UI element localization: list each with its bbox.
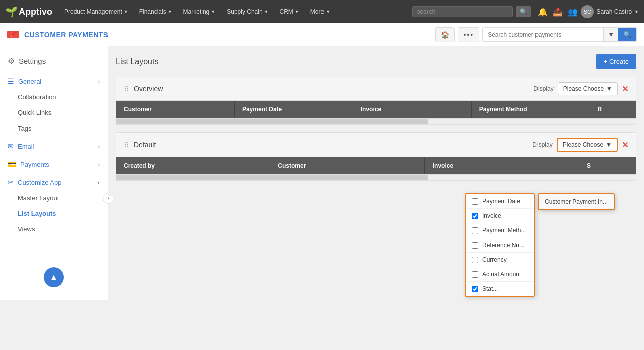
sidebar-item-quick-links[interactable]: Quick Links [10,105,108,121]
top-navigation: 🌱 Apptivo Product Management ▼ Financial… [0,0,644,23]
dropdown-label-invoice: Invoice [482,212,501,219]
dropdown-item-currency[interactable]: Currency [466,253,534,267]
dropdown-item-actual-amount[interactable]: Actual Amount [466,267,534,282]
customize-subitems: Master Layout List Layouts Views [0,190,108,237]
overview-please-choose[interactable]: Please Choose ▼ [558,82,618,95]
dropdown-item-payment-date[interactable]: Payment Date [466,194,534,209]
col-extra: R [590,101,636,118]
col-payment-method: Payment Method [472,101,590,118]
sidebar-section-payments: 💳 Payments › [0,156,108,172]
checkbox-stat[interactable] [472,286,478,292]
sidebar-item-tags[interactable]: Tags [10,121,108,136]
gear-icon: ⚙ [8,56,15,66]
search-input[interactable] [417,8,508,15]
sidebar-item-master-layout[interactable]: Master Layout [10,190,108,206]
dropdown-label-payment-date: Payment Date [482,198,520,205]
side-panel-item-customer-payment[interactable]: Customer Payment In... [539,194,614,209]
search-payments-area: ▼ 🔍 [482,27,637,42]
nav-crm[interactable]: CRM ▼ [276,6,303,17]
default-close-button[interactable]: ✕ [622,140,628,150]
logo-text: Apptivo [19,7,52,17]
logo-icon: 🌱 [5,6,18,18]
nav-more[interactable]: More ▼ [306,6,334,17]
nav-supply-chain[interactable]: Supply Chain ▼ [223,6,272,17]
chevron-down-icon: ▼ [211,9,216,14]
page-title: CUSTOMER PAYMENTS [24,31,109,39]
checkbox-reference-nu[interactable] [472,242,478,249]
default-header: ⠿ Default Display Please Choose ▼ ✕ [116,133,636,157]
dropdown-item-reference-nu[interactable]: Reference Nu... [466,238,534,253]
col-invoice: Invoice [425,157,579,174]
column-dropdown: Payment Date Invoice Payment Meth... Ref… [465,193,535,297]
search-dropdown-arrow[interactable]: ▼ [603,28,618,41]
default-table-header: Created by Customer Invoice S [116,157,636,174]
search-area: 🔍 🔔 📥 👥 SC Sarah Castro ▼ [412,5,639,18]
chevron-right-icon: › [98,162,100,167]
overview-section-name: Overview [134,85,163,93]
sub-header-right: 🏠 ••• ▼ 🔍 [435,27,637,42]
home-button[interactable]: 🏠 [435,27,455,42]
col-payment-date: Payment Date [235,101,353,118]
email-icon: ✉ [8,142,14,150]
dropdown-item-invoice[interactable]: Invoice [466,209,534,223]
search-box [412,6,513,17]
page-flag: 🚩 [7,31,19,38]
sidebar-item-collaboration[interactable]: Collaboration [10,89,108,105]
checkbox-payment-date[interactable] [472,198,478,205]
user-menu[interactable]: SC Sarah Castro ▼ [581,5,639,18]
scroll-up-button[interactable]: ▲ [44,267,64,287]
sidebar-item-customize-app[interactable]: ✂ Customize App ▾ [0,174,108,190]
sidebar-item-general[interactable]: ☰ General › [0,73,108,89]
sidebar: ⚙ Settings ☰ General › Collaboration [0,46,108,300]
notification-icon[interactable]: 🔔 [538,7,548,17]
inbox-icon[interactable]: 📥 [553,7,563,17]
chevron-right-icon: › [98,79,100,84]
overview-display-row: Display Please Choose ▼ ✕ [533,82,628,95]
drag-handle-icon[interactable]: ⠿ [124,141,129,149]
nav-marketing[interactable]: Marketing ▼ [179,6,220,17]
layout-section-default: ⠿ Default Display Please Choose ▼ ✕ Crea… [116,132,636,181]
overview-close-button[interactable]: ✕ [622,84,628,94]
dropdown-item-payment-meth[interactable]: Payment Meth... [466,223,534,238]
search-payments-input[interactable] [483,28,603,41]
col-customer: Customer [116,101,235,118]
more-options-button[interactable]: ••• [458,27,479,42]
default-please-choose[interactable]: Please Choose ▼ [557,138,618,152]
sidebar-item-views[interactable]: Views [10,221,108,237]
user-name: Sarah Castro [596,8,632,15]
sidebar-item-email[interactable]: ✉ Email › [0,138,108,154]
sidebar-payments-label: Payments [20,161,49,168]
dropdown-item-stat[interactable]: Stat... [466,282,534,296]
checkbox-invoice[interactable] [472,213,478,219]
settings-label: Settings [19,57,46,65]
logo[interactable]: 🌱 Apptivo [5,6,52,18]
overview-scroll-bar[interactable] [116,118,636,124]
layout-section-overview: ⠿ Overview Display Please Choose ▼ ✕ Cus… [116,77,636,125]
default-section-name: Default [134,141,156,149]
display-label: Display [533,85,553,92]
checkbox-payment-meth[interactable] [472,227,478,234]
overview-header: ⠿ Overview Display Please Choose ▼ ✕ [116,77,636,101]
nav-financials[interactable]: Financials ▼ [135,6,176,17]
content-header: List Layouts + Create [116,54,636,69]
drag-handle-icon[interactable]: ⠿ [124,85,129,93]
search-submit-button[interactable]: 🔍 [618,28,636,41]
sidebar-customize-label: Customize App [18,179,61,186]
col-customer: Customer [270,157,424,174]
chevron-down-icon: ▼ [264,9,269,14]
contacts-icon[interactable]: 👥 [568,7,578,17]
sidebar-item-payments[interactable]: 💳 Payments › [0,156,108,172]
nav-icons: 🔔 📥 👥 [538,7,578,17]
sidebar-item-list-layouts[interactable]: List Layouts [10,206,108,221]
col-invoice: Invoice [353,101,472,118]
nav-product-management[interactable]: Product Management ▼ [60,6,132,17]
create-button[interactable]: + Create [596,54,636,69]
chevron-down-icon: ▼ [295,9,299,14]
customize-icon: ✂ [8,178,14,186]
search-button[interactable]: 🔍 [516,6,531,17]
checkbox-actual-amount[interactable] [472,271,478,278]
payments-icon: 💳 [8,160,16,168]
default-scroll-bar[interactable] [116,174,636,180]
content-area: List Layouts + Create ⠿ Overview Display… [108,46,644,196]
checkbox-currency[interactable] [472,257,478,263]
